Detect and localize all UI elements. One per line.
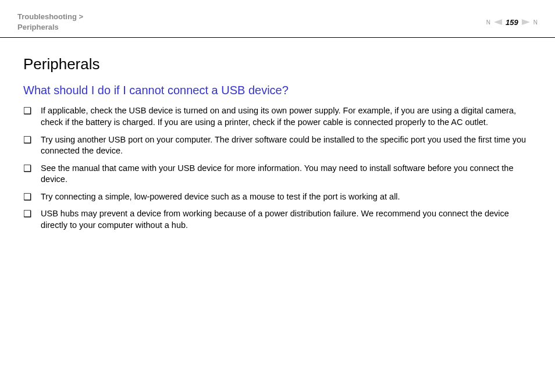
bullet-icon: ❑ <box>23 163 31 186</box>
bullet-text: USB hubs may prevent a device from worki… <box>41 208 532 231</box>
bullet-text: If applicable, check the USB device is t… <box>41 105 532 128</box>
n-label-right: N <box>533 19 538 26</box>
page-number: 159 <box>506 18 518 27</box>
n-label-left: N <box>486 19 490 26</box>
list-item: ❑ USB hubs may prevent a device from wor… <box>23 208 532 231</box>
breadcrumb: Troubleshooting > Peripherals <box>17 12 83 33</box>
page-navigation: N 159 N <box>486 18 538 27</box>
bullet-icon: ❑ <box>23 208 31 231</box>
page-header: Troubleshooting > Peripherals N 159 N <box>0 0 555 38</box>
page-title: Peripherals <box>23 55 532 73</box>
next-page-icon[interactable] <box>522 19 530 25</box>
list-item: ❑ See the manual that came with your USB… <box>23 163 532 186</box>
breadcrumb-line2: Peripherals <box>17 22 83 33</box>
bullet-icon: ❑ <box>23 105 31 128</box>
bullet-icon: ❑ <box>23 191 31 203</box>
list-item: ❑ If applicable, check the USB device is… <box>23 105 532 128</box>
bullet-text: See the manual that came with your USB d… <box>41 163 532 186</box>
breadcrumb-line1: Troubleshooting > <box>17 12 83 22</box>
list-item: ❑ Try using another USB port on your com… <box>23 134 532 157</box>
list-item: ❑ Try connecting a simple, low-powered d… <box>23 191 532 203</box>
bullet-icon: ❑ <box>23 134 31 157</box>
section-title: What should I do if I cannot connect a U… <box>23 84 532 97</box>
bullet-text: Try using another USB port on your compu… <box>41 134 532 157</box>
prev-page-icon[interactable] <box>494 19 502 25</box>
page-content: Peripherals What should I do if I cannot… <box>0 38 555 254</box>
bullet-list: ❑ If applicable, check the USB device is… <box>23 105 532 231</box>
bullet-text: Try connecting a simple, low-powered dev… <box>41 191 532 203</box>
